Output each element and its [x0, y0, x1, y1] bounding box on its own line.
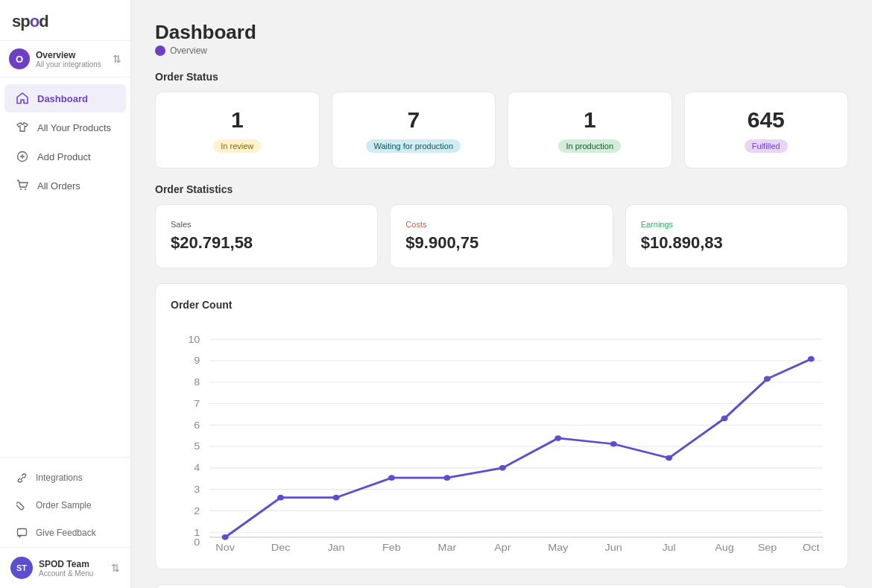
status-badge-review: In review	[213, 139, 261, 153]
svg-point-36	[666, 455, 672, 461]
page-title: Dashboard	[155, 21, 848, 44]
status-card-fulfilled: 645 Fulfilled	[684, 92, 849, 168]
main-content: Dashboard Overview Order Status 1 In rev…	[131, 0, 872, 588]
house-icon	[15, 91, 30, 106]
status-card-production: 1 In production	[508, 92, 672, 168]
sidebar-item-orders-label: All Orders	[37, 180, 80, 192]
svg-text:0: 0	[194, 537, 200, 548]
cart-icon	[15, 178, 30, 193]
stat-value-earnings: $10.890,83	[641, 233, 832, 253]
order-count-section: Order Count 10 9 8 7 6	[155, 283, 848, 569]
tag-icon	[15, 499, 28, 512]
logo: spod	[12, 12, 48, 31]
status-number-fulfilled: 645	[700, 107, 833, 133]
svg-text:5: 5	[194, 442, 200, 452]
svg-text:10: 10	[188, 335, 200, 345]
account-icon: O	[9, 48, 30, 69]
svg-text:Jan: Jan	[327, 543, 344, 553]
order-status-cards: 1 In review 7 Waiting for production 1 I…	[155, 92, 848, 168]
account-name: Overview	[36, 50, 113, 60]
account-switcher[interactable]: O Overview All your integrations ⇅	[0, 41, 130, 78]
status-number-review: 1	[171, 107, 304, 133]
sidebar-item-integrations-label: Integrations	[36, 472, 83, 483]
svg-text:Jun: Jun	[605, 543, 622, 553]
svg-point-2	[25, 189, 26, 190]
svg-text:3: 3	[194, 484, 200, 495]
user-name: SPOD Team	[39, 559, 111, 569]
svg-text:6: 6	[194, 420, 200, 431]
svg-text:2: 2	[194, 506, 200, 516]
svg-text:Jul: Jul	[662, 543, 675, 553]
logo-container: spod	[0, 0, 130, 41]
svg-text:7: 7	[194, 399, 200, 409]
account-sub: All your integrations	[36, 60, 113, 69]
svg-text:Feb: Feb	[382, 543, 401, 553]
chat-icon	[15, 526, 28, 540]
sidebar-item-dashboard-label: Dashboard	[37, 93, 88, 104]
sidebar-item-feedback[interactable]: Give Feedback	[4, 519, 126, 546]
svg-text:Mar: Mar	[438, 543, 457, 553]
chevron-icon: ⇅	[113, 53, 121, 65]
order-count-chart: 10 9 8 7 6 5 4 3 2 1 0	[171, 323, 832, 554]
sidebar-item-order-sample[interactable]: Order Sample	[4, 492, 126, 519]
svg-point-33	[499, 465, 506, 471]
user-chevron-icon: ⇅	[111, 562, 120, 574]
sidebar-item-integrations[interactable]: Integrations	[4, 464, 126, 491]
order-stats-title: Order Statistics	[155, 183, 848, 195]
status-badge-fulfilled: Fulfilled	[745, 139, 788, 153]
sales-section: Sales Costs ($) Sales ($) 100	[155, 584, 848, 588]
sidebar-item-feedback-label: Give Feedback	[36, 528, 96, 538]
stat-card-sales: Sales $20.791,58	[155, 204, 378, 268]
svg-text:4: 4	[194, 463, 200, 473]
sidebar-item-products-label: All Your Products	[37, 122, 111, 133]
svg-text:Aug: Aug	[715, 543, 734, 553]
order-status-title: Order Status	[155, 71, 848, 83]
svg-point-39	[808, 356, 815, 362]
svg-point-38	[764, 376, 771, 382]
svg-point-28	[222, 534, 229, 540]
svg-point-37	[721, 416, 727, 422]
stat-card-earnings: Earnings $10.890,83	[625, 204, 848, 268]
stat-label-sales: Sales	[171, 220, 362, 229]
chart-svg: 10 9 8 7 6 5 4 3 2 1 0	[171, 323, 832, 554]
svg-text:9: 9	[194, 355, 200, 366]
sidebar: spod O Overview All your integrations ⇅ …	[0, 0, 131, 588]
svg-point-29	[277, 495, 284, 501]
sidebar-item-add-product[interactable]: Add Product	[4, 142, 126, 171]
breadcrumb: Overview	[155, 45, 848, 56]
stat-label-earnings: Earnings	[641, 220, 832, 229]
status-number-waiting: 7	[347, 107, 481, 133]
sidebar-bottom-nav: Integrations Order Sample Give Feedback	[0, 457, 130, 588]
breadcrumb-label: Overview	[170, 45, 207, 56]
breadcrumb-icon	[155, 45, 165, 56]
sidebar-item-add-product-label: Add Product	[37, 151, 91, 162]
svg-text:Apr: Apr	[494, 543, 511, 553]
svg-text:Nov: Nov	[215, 543, 235, 553]
svg-text:Sep: Sep	[758, 543, 777, 553]
svg-point-4	[19, 503, 21, 505]
status-badge-production: In production	[558, 139, 621, 153]
svg-text:Dec: Dec	[271, 543, 291, 553]
status-card-waiting: 7 Waiting for production	[332, 92, 496, 168]
user-info: SPOD Team Account & Menu	[39, 559, 111, 578]
svg-point-1	[20, 189, 22, 190]
svg-point-34	[555, 435, 561, 441]
user-sub: Account & Menu	[39, 569, 111, 578]
svg-rect-3	[16, 502, 24, 510]
sidebar-item-products[interactable]: All Your Products	[4, 113, 126, 142]
shirt-icon	[15, 120, 30, 135]
svg-point-31	[388, 475, 395, 481]
user-menu[interactable]: ST SPOD Team Account & Menu ⇅	[0, 547, 130, 588]
stat-value-costs: $9.900,75	[405, 233, 597, 253]
account-icon-letter: O	[16, 54, 23, 65]
status-card-review: 1 In review	[155, 92, 320, 168]
sidebar-item-orders[interactable]: All Orders	[4, 171, 126, 200]
status-badge-waiting: Waiting for production	[366, 139, 461, 153]
order-count-title: Order Count	[171, 299, 832, 311]
account-info: Overview All your integrations	[36, 50, 113, 69]
svg-point-32	[443, 475, 450, 481]
svg-text:1: 1	[194, 528, 200, 538]
avatar-initials: ST	[16, 563, 27, 572]
main-nav: Dashboard All Your Products Add Product	[0, 78, 130, 457]
sidebar-item-dashboard[interactable]: Dashboard	[4, 84, 126, 113]
